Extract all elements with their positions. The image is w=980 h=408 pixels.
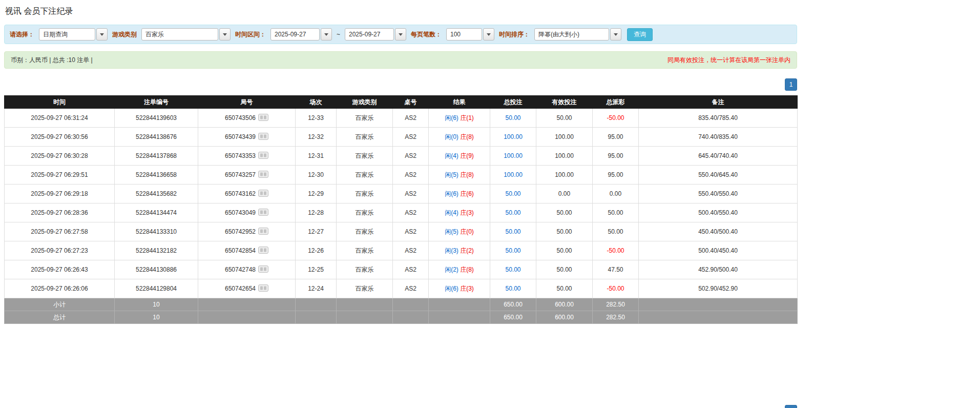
cell-session: 12-31 [296, 147, 337, 166]
cell-valid-bet: 100.00 [536, 147, 593, 166]
round-id: 650743506 [225, 114, 256, 121]
cell-result: 闲(5) 庄(8) [429, 166, 490, 185]
total-bet-link[interactable]: 100.00 [504, 171, 523, 178]
result-player: 闲(6) [445, 114, 458, 121]
total-bet-link[interactable]: 50.00 [505, 247, 520, 254]
cell-table-no: AS2 [393, 185, 429, 203]
cell-remark: 502.90/452.90 [639, 279, 798, 298]
date-to-select[interactable]: 2025-09-27 [345, 28, 406, 40]
round-id: 650742952 [225, 228, 256, 235]
cell-table-no: AS2 [393, 147, 429, 166]
cell-remark: 500.40/450.40 [639, 241, 798, 260]
cell-total-bet: 50.00 [490, 260, 536, 279]
cell-remark: 500.40/550.40 [639, 203, 798, 222]
total-bet-link[interactable]: 50.00 [505, 209, 520, 216]
result-player: 闲(4) [445, 209, 458, 216]
cell-game: 百家乐 [337, 241, 393, 260]
chevron-down-icon[interactable] [483, 28, 494, 40]
page-1-button[interactable]: 1 [785, 78, 797, 91]
table-row: 2025-09-27 06:31:24 522844139603 6507435… [5, 109, 798, 128]
cell-session: 12-27 [296, 222, 337, 241]
date-range-label: 时间区间： [235, 30, 266, 39]
total-bet-link[interactable]: 50.00 [505, 285, 520, 292]
cell-game: 百家乐 [337, 109, 393, 128]
cell-result: 闲(4) 庄(9) [429, 147, 490, 166]
cards-icon[interactable] [258, 114, 268, 123]
cell-time: 2025-09-27 06:27:23 [5, 241, 115, 260]
round-id: 650743439 [225, 133, 256, 140]
cell-remark: 550.40/550.40 [639, 185, 798, 203]
cell-result: 闲(6) 庄(1) [429, 109, 490, 128]
cards-icon[interactable] [258, 152, 268, 160]
chevron-down-icon[interactable] [395, 28, 406, 40]
cell-payout: 47.50 [593, 260, 639, 279]
summary-note: 同局有效投注，统一计算在该局第一张注单内 [668, 56, 790, 65]
total-bet-link[interactable]: 100.00 [504, 152, 523, 159]
total-bet-link[interactable]: 50.00 [505, 266, 520, 273]
chevron-down-icon[interactable] [219, 28, 231, 40]
cell-game: 百家乐 [337, 222, 393, 241]
cards-icon[interactable] [258, 190, 268, 198]
cards-icon[interactable] [258, 171, 268, 179]
col-session: 场次 [296, 96, 337, 109]
total-bet-link[interactable]: 50.00 [505, 228, 520, 235]
cell-table-no: AS2 [393, 260, 429, 279]
game-type-select[interactable]: 百家乐 [141, 28, 231, 40]
content: 请选择： 日期查询 游戏类别 百家乐 时间区间： 2025-09-27 ~ 20… [4, 25, 797, 408]
result-player: 闲(5) [445, 171, 458, 178]
cell-session: 12-25 [296, 260, 337, 279]
subtotal-label: 小计 [5, 298, 115, 311]
caret-icon [324, 33, 328, 36]
col-payout: 总派彩 [593, 96, 639, 109]
total-bet-link[interactable]: 50.00 [505, 114, 520, 121]
result-player: 闲(6) [445, 285, 458, 292]
cell-payout: 50.00 [593, 222, 639, 241]
cell-round: 650742854 [198, 241, 296, 260]
chevron-down-icon[interactable] [321, 28, 332, 40]
pagination-top: 1 [4, 78, 797, 91]
table-row: 2025-09-27 06:27:58 522844133310 6507429… [5, 222, 798, 241]
chevron-down-icon[interactable] [610, 28, 621, 40]
cards-icon[interactable] [258, 284, 268, 293]
total-valid-bet: 600.00 [536, 311, 593, 324]
caret-icon [100, 33, 104, 36]
cell-session: 12-26 [296, 241, 337, 260]
result-banker: 庄(8) [460, 266, 474, 273]
page-1-button[interactable]: 1 [785, 405, 797, 408]
query-button[interactable]: 查询 [627, 28, 653, 41]
table-row: 2025-09-27 06:30:28 522844137868 6507433… [5, 147, 798, 166]
cell-round: 650743506 [198, 109, 296, 128]
cell-round: 650743049 [198, 203, 296, 222]
cell-round: 650743257 [198, 166, 296, 185]
table-row: 2025-09-27 06:26:43 522844130886 6507427… [5, 260, 798, 279]
cell-payout: 95.00 [593, 128, 639, 147]
cell-session: 12-29 [296, 185, 337, 203]
cell-total-bet: 100.00 [490, 147, 536, 166]
table-header: 时间 注单编号 局号 场次 游戏类别 桌号 结果 总投注 有效投注 总派彩 备注 [5, 96, 798, 109]
result-player: 闲(6) [445, 190, 458, 197]
result-banker: 庄(8) [460, 171, 474, 178]
cell-valid-bet: 50.00 [536, 203, 593, 222]
date-from-select[interactable]: 2025-09-27 [270, 28, 332, 40]
total-total-bet: 650.00 [490, 311, 536, 324]
cell-table-no: AS2 [393, 203, 429, 222]
cards-icon[interactable] [258, 266, 268, 274]
query-type-select[interactable]: 日期查询 [39, 28, 108, 40]
total-bet-link[interactable]: 100.00 [504, 133, 523, 140]
cards-icon[interactable] [258, 228, 268, 236]
cell-total-bet: 100.00 [490, 166, 536, 185]
cell-remark: 740.40/835.40 [639, 128, 798, 147]
cell-valid-bet: 50.00 [536, 241, 593, 260]
cell-payout: 0.00 [593, 185, 639, 203]
total-bet-link[interactable]: 50.00 [505, 190, 520, 197]
round-id: 650742748 [225, 266, 256, 273]
sort-select[interactable]: 降幂(由大到小) [534, 28, 621, 40]
cards-icon[interactable] [258, 247, 268, 255]
chevron-down-icon[interactable] [96, 28, 108, 40]
result-player: 闲(2) [445, 266, 458, 273]
result-player: 闲(3) [445, 247, 458, 254]
cards-icon[interactable] [258, 209, 268, 217]
cards-icon[interactable] [258, 133, 268, 141]
col-bet-id: 注单编号 [115, 96, 198, 109]
page-size-select[interactable]: 100 [446, 28, 494, 40]
